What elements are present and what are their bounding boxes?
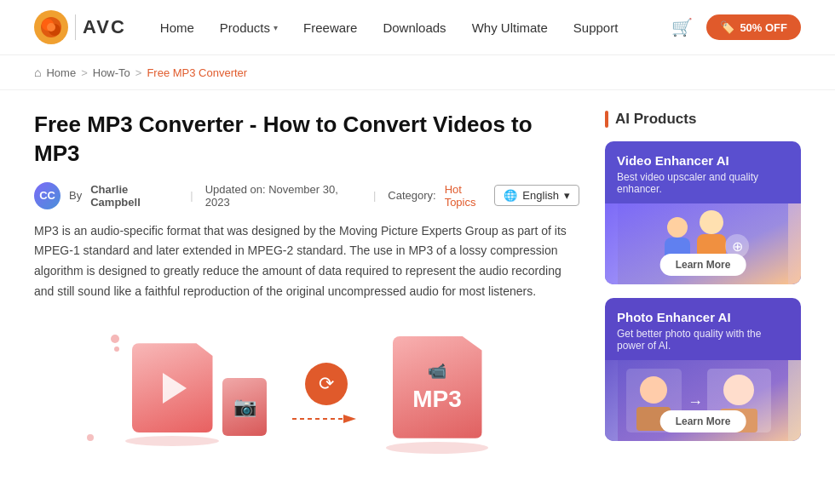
svg-point-20 [723,375,754,405]
dashed-arrow [292,410,360,427]
breadcrumb-howto[interactable]: How-To [93,66,130,79]
sidebar: AI Products Video Enhancer AI Best video… [605,111,801,471]
ai-bar-accent [605,111,608,128]
discount-button[interactable]: 🏷️ 50% OFF [706,14,801,40]
card1-title: Video Enhancer AI [617,153,789,168]
svg-marker-6 [343,415,356,423]
chevron-down-icon: ▾ [274,23,278,32]
product-card-video-enhancer: Video Enhancer AI Best video upscaler an… [605,141,801,284]
shadow-2 [386,442,488,454]
breadcrumb-home[interactable]: Home [46,66,76,79]
category-label: Category: [388,189,435,202]
tag-icon: 🏷️ [720,20,734,34]
shadow-1 [125,436,219,446]
svg-point-16 [640,376,667,404]
card2-desc: Get better photo quality with the power … [617,328,789,352]
card2-title: Photo Enhancer AI [617,310,789,324]
cart-icon[interactable]: 🛒 [671,17,693,37]
article-body: MP3 is an audio-specific format that was… [34,221,579,302]
chevron-down-icon: ▾ [564,189,570,202]
svg-point-4 [47,23,55,32]
mp3-label: MP3 [412,386,462,413]
nav-support[interactable]: Support [573,20,619,35]
play-icon [163,373,187,404]
breadcrumb-sep-1: > [81,66,88,79]
site-header: AVC Home Products ▾ Freeware Downloads W… [0,0,835,55]
breadcrumb-current: Free MP3 Converter [147,66,247,79]
article-meta-row: CC By Charlie Campbell | Updated on: Nov… [34,182,579,209]
svg-point-10 [700,210,723,234]
mp3-file-wrapper: 📹 MP3 [386,336,488,454]
product-card-photo-enhancer: Photo Enhancer AI Get better photo quali… [605,298,801,441]
article-area: Free MP3 Converter - How to Convert Vide… [34,111,579,471]
video-source-group: 📷 [125,343,267,446]
convert-circle: ⟳ [305,363,348,405]
author-prefix: By [69,189,82,202]
camera-icon: 📷 [233,396,256,418]
category-link[interactable]: Hot Topics [445,183,495,209]
header-right: 🛒 🏷️ 50% OFF [671,14,801,40]
nav-why-ultimate[interactable]: Why Ultimate [472,20,548,35]
svg-point-8 [667,217,688,238]
illustration: 📷 ⟳ 📹 MP3 [34,319,579,471]
ai-products-header: AI Products [605,111,801,128]
deco-dot-1 [111,335,119,343]
video-file-icon [132,343,213,432]
svg-text:→: → [688,393,703,410]
nav-products[interactable]: Products ▾ [220,20,278,35]
card2-inner: Photo Enhancer AI Get better photo quali… [605,298,801,352]
avatar: CC [34,182,60,209]
logo-link[interactable]: AVC [34,10,126,44]
card2-learn-more-button[interactable]: Learn More [660,410,746,432]
camera-icon-box: 📷 [222,378,267,436]
card2-image: → Learn More [605,360,801,441]
updated-date: Updated on: November 30, 2023 [205,183,361,209]
main-layout: Free MP3 Converter - How to Convert Vide… [0,90,835,491]
mp3-file-icon: 📹 MP3 [393,336,482,438]
logo-icon [34,10,68,44]
author-row: CC By Charlie Campbell | Updated on: Nov… [34,182,494,209]
logo-divider [75,14,76,40]
camera-small-icon: 📹 [428,362,446,381]
ai-products-title: AI Products [615,111,696,128]
card1-desc: Best video upscaler and quality enhancer… [617,171,789,195]
card1-learn-more-button[interactable]: Learn More [660,254,746,276]
author-name: Charlie Campbell [90,183,178,209]
globe-icon: 🌐 [504,189,517,202]
nav-home[interactable]: Home [160,20,194,35]
breadcrumb-sep-2: > [135,66,142,79]
lang-selector[interactable]: 🌐 English ▾ [494,185,579,206]
main-nav: Home Products ▾ Freeware Downloads Why U… [160,20,672,35]
logo-text: AVC [83,16,126,38]
breadcrumb: ⌂ Home > How-To > Free MP3 Converter [0,55,835,90]
convert-arrow-group: ⟳ [292,363,360,427]
deco-dot-3 [87,434,94,441]
nav-downloads[interactable]: Downloads [383,20,446,35]
article-title: Free MP3 Converter - How to Convert Vide… [34,111,579,169]
home-icon: ⌂ [34,66,41,79]
card1-image: ⊕ Learn More [605,203,801,284]
card1-inner: Video Enhancer AI Best video upscaler an… [605,141,801,195]
svg-text:⊕: ⊕ [732,239,743,254]
video-file-wrapper [125,343,219,446]
nav-freeware[interactable]: Freeware [303,20,357,35]
deco-dot-2 [114,346,119,352]
